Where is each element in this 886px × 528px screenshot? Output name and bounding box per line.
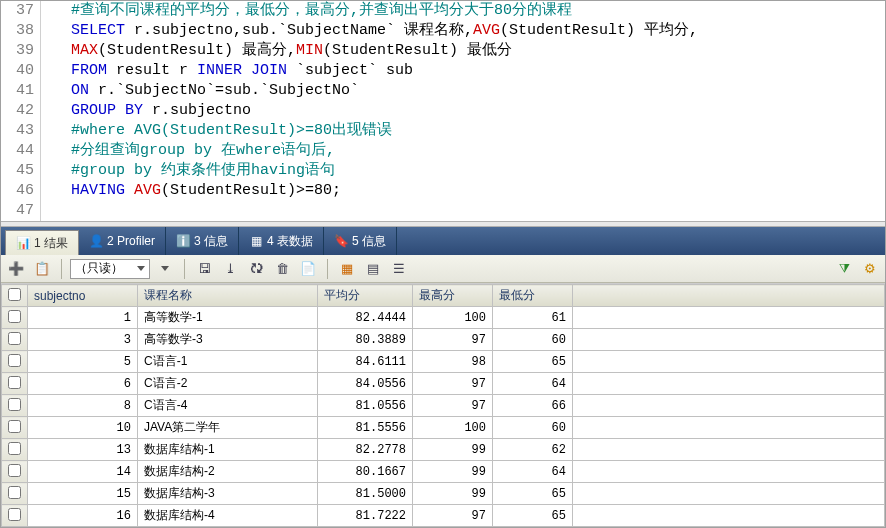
row-checkbox-cell[interactable] (2, 351, 28, 373)
code-lines[interactable]: #查询不同课程的平均分，最低分，最高分,并查询出平均分大于80分的课程SELEC… (41, 1, 698, 221)
tab-info5[interactable]: 🔖 5 信息 (324, 227, 397, 255)
cell-min[interactable]: 66 (493, 395, 573, 417)
code-line[interactable]: HAVING AVG(StudentResult)>=80; (71, 181, 698, 201)
cell-avg[interactable]: 84.0556 (318, 373, 413, 395)
table-row[interactable]: 15数据库结构-381.50009965 (2, 483, 885, 505)
cell-name[interactable]: 数据库结构-1 (138, 439, 318, 461)
table-row[interactable]: 5C语言-184.61119865 (2, 351, 885, 373)
result-grid[interactable]: subjectno 课程名称 平均分 最高分 最低分 1高等数学-182.444… (1, 284, 885, 527)
import-button[interactable]: ⤓ (219, 258, 241, 280)
cell-min[interactable]: 60 (493, 329, 573, 351)
cell-subjectno[interactable]: 3 (28, 329, 138, 351)
filter-button[interactable]: ⧩ (833, 258, 855, 280)
row-checkbox-cell[interactable] (2, 373, 28, 395)
table-row[interactable]: 13数据库结构-182.27789962 (2, 439, 885, 461)
table-row[interactable]: 10JAVA第二学年81.555610060 (2, 417, 885, 439)
table-row[interactable]: 1高等数学-182.444410061 (2, 307, 885, 329)
cell-name[interactable]: 数据库结构-4 (138, 505, 318, 527)
cell-subjectno[interactable]: 5 (28, 351, 138, 373)
code-line[interactable] (71, 201, 698, 221)
cell-max[interactable]: 100 (413, 307, 493, 329)
code-line[interactable]: SELECT r.subjectno,sub.`SubjectName` 课程名… (71, 21, 698, 41)
code-line[interactable]: ON r.`SubjectNo`=sub.`SubjectNo` (71, 81, 698, 101)
row-checkbox[interactable] (8, 376, 21, 389)
row-checkbox-cell[interactable] (2, 439, 28, 461)
settings-button[interactable]: ⚙ (859, 258, 881, 280)
table-row[interactable]: 8C语言-481.05569766 (2, 395, 885, 417)
cell-max[interactable]: 98 (413, 351, 493, 373)
cell-avg[interactable]: 80.3889 (318, 329, 413, 351)
cell-subjectno[interactable]: 13 (28, 439, 138, 461)
row-checkbox-cell[interactable] (2, 505, 28, 527)
row-checkbox-cell[interactable] (2, 307, 28, 329)
col-subjectno[interactable]: subjectno (28, 285, 138, 307)
row-checkbox-cell[interactable] (2, 461, 28, 483)
row-checkbox-cell[interactable] (2, 395, 28, 417)
col-min[interactable]: 最低分 (493, 285, 573, 307)
tab-result[interactable]: 📊 1 结果 (5, 230, 79, 255)
col-max[interactable]: 最高分 (413, 285, 493, 307)
cell-min[interactable]: 62 (493, 439, 573, 461)
add-row-button[interactable]: ➕ (5, 258, 27, 280)
cell-max[interactable]: 99 (413, 439, 493, 461)
row-checkbox[interactable] (8, 398, 21, 411)
cell-avg[interactable]: 82.2778 (318, 439, 413, 461)
cell-name[interactable]: JAVA第二学年 (138, 417, 318, 439)
cell-max[interactable]: 100 (413, 417, 493, 439)
cell-subjectno[interactable]: 16 (28, 505, 138, 527)
tab-profiler[interactable]: 👤 2 Profiler (79, 227, 166, 255)
cell-subjectno[interactable]: 1 (28, 307, 138, 329)
code-line[interactable]: #查询不同课程的平均分，最低分，最高分,并查询出平均分大于80分的课程 (71, 1, 698, 21)
cell-min[interactable]: 65 (493, 483, 573, 505)
row-checkbox[interactable] (8, 508, 21, 521)
cell-name[interactable]: C语言-2 (138, 373, 318, 395)
row-checkbox[interactable] (8, 354, 21, 367)
sql-editor[interactable]: 3738394041424344454647 #查询不同课程的平均分，最低分，最… (1, 1, 885, 221)
cell-subjectno[interactable]: 14 (28, 461, 138, 483)
cell-subjectno[interactable]: 8 (28, 395, 138, 417)
col-avg[interactable]: 平均分 (318, 285, 413, 307)
refresh-button[interactable]: 🗘 (245, 258, 267, 280)
cell-max[interactable]: 97 (413, 373, 493, 395)
cell-min[interactable]: 65 (493, 351, 573, 373)
cell-avg[interactable]: 82.4444 (318, 307, 413, 329)
cell-min[interactable]: 65 (493, 505, 573, 527)
code-line[interactable]: FROM result r INNER JOIN `subject` sub (71, 61, 698, 81)
tab-tabledata[interactable]: ▦ 4 表数据 (239, 227, 324, 255)
table-row[interactable]: 3高等数学-380.38899760 (2, 329, 885, 351)
row-checkbox[interactable] (8, 332, 21, 345)
chevron-down-icon[interactable] (154, 258, 176, 280)
row-checkbox[interactable] (8, 486, 21, 499)
table-row[interactable]: 6C语言-284.05569764 (2, 373, 885, 395)
select-all-checkbox[interactable] (8, 288, 21, 301)
view-grid-button[interactable]: ▦ (336, 258, 358, 280)
duplicate-row-button[interactable]: 📋 (31, 258, 53, 280)
copy-button[interactable]: 📄 (297, 258, 319, 280)
code-line[interactable]: #where AVG(StudentResult)>=80出现错误 (71, 121, 698, 141)
table-row[interactable]: 14数据库结构-280.16679964 (2, 461, 885, 483)
cell-subjectno[interactable]: 15 (28, 483, 138, 505)
row-checkbox[interactable] (8, 464, 21, 477)
cell-min[interactable]: 60 (493, 417, 573, 439)
select-all-header[interactable] (2, 285, 28, 307)
cell-subjectno[interactable]: 6 (28, 373, 138, 395)
code-line[interactable]: #group by 约束条件使用having语句 (71, 161, 698, 181)
code-line[interactable]: #分组查询group by 在where语句后, (71, 141, 698, 161)
cell-name[interactable]: 数据库结构-3 (138, 483, 318, 505)
cell-avg[interactable]: 81.0556 (318, 395, 413, 417)
cell-min[interactable]: 64 (493, 461, 573, 483)
cell-max[interactable]: 99 (413, 461, 493, 483)
export-button[interactable]: 🖫 (193, 258, 215, 280)
cell-min[interactable]: 61 (493, 307, 573, 329)
row-checkbox[interactable] (8, 420, 21, 433)
view-form-button[interactable]: ▤ (362, 258, 384, 280)
row-checkbox-cell[interactable] (2, 329, 28, 351)
cell-subjectno[interactable]: 10 (28, 417, 138, 439)
row-checkbox[interactable] (8, 310, 21, 323)
cell-max[interactable]: 97 (413, 505, 493, 527)
cell-avg[interactable]: 81.5000 (318, 483, 413, 505)
cell-min[interactable]: 64 (493, 373, 573, 395)
result-grid-wrap[interactable]: subjectno 课程名称 平均分 最高分 最低分 1高等数学-182.444… (1, 283, 885, 527)
col-name[interactable]: 课程名称 (138, 285, 318, 307)
cell-name[interactable]: C语言-4 (138, 395, 318, 417)
